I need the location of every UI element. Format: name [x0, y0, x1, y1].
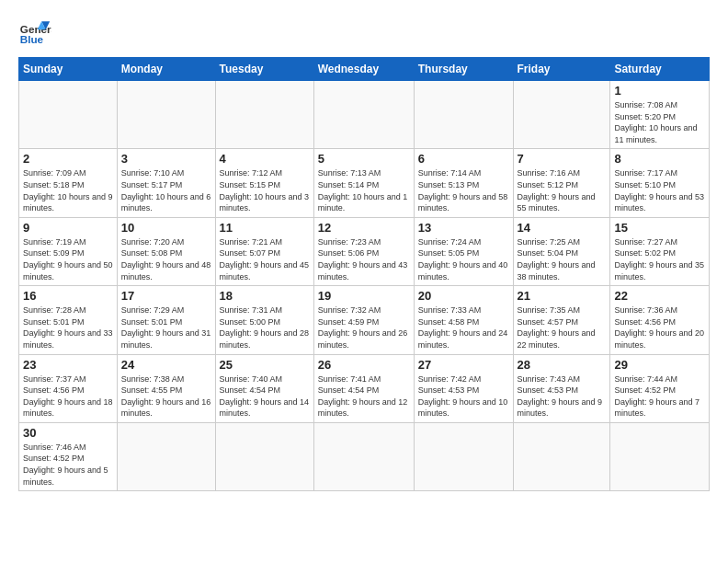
day-number: 27	[418, 358, 509, 372]
weekday-header-wednesday: Wednesday	[313, 58, 414, 81]
calendar-day-cell	[513, 81, 610, 149]
day-number: 20	[418, 289, 509, 303]
day-info: Sunrise: 7:08 AM Sunset: 5:20 PM Dayligh…	[614, 99, 705, 145]
day-info: Sunrise: 7:28 AM Sunset: 5:01 PM Dayligh…	[23, 304, 113, 350]
calendar-day-cell: 4Sunrise: 7:12 AM Sunset: 5:15 PM Daylig…	[215, 149, 313, 217]
day-number: 21	[518, 289, 607, 303]
day-info: Sunrise: 7:35 AM Sunset: 4:57 PM Dayligh…	[518, 304, 607, 350]
calendar-day-cell	[117, 422, 215, 490]
day-info: Sunrise: 7:16 AM Sunset: 5:12 PM Dayligh…	[518, 167, 607, 213]
logo-icon: General Blue	[18, 15, 51, 48]
day-number: 4	[220, 152, 310, 166]
calendar-day-cell: 9Sunrise: 7:19 AM Sunset: 5:09 PM Daylig…	[19, 217, 118, 285]
calendar-week-6: 30Sunrise: 7:46 AM Sunset: 4:52 PM Dayli…	[19, 422, 710, 490]
calendar-day-cell: 13Sunrise: 7:24 AM Sunset: 5:05 PM Dayli…	[414, 217, 513, 285]
page-header: General Blue	[18, 15, 710, 48]
day-info: Sunrise: 7:31 AM Sunset: 5:00 PM Dayligh…	[220, 304, 310, 350]
day-number: 10	[121, 221, 211, 235]
calendar-day-cell: 26Sunrise: 7:41 AM Sunset: 4:54 PM Dayli…	[313, 354, 414, 422]
day-info: Sunrise: 7:36 AM Sunset: 4:56 PM Dayligh…	[614, 304, 705, 350]
calendar-day-cell: 28Sunrise: 7:43 AM Sunset: 4:53 PM Dayli…	[513, 354, 610, 422]
day-number: 9	[23, 221, 113, 235]
calendar-day-cell: 19Sunrise: 7:32 AM Sunset: 4:59 PM Dayli…	[313, 286, 414, 354]
weekday-header-row: SundayMondayTuesdayWednesdayThursdayFrid…	[19, 58, 710, 81]
day-info: Sunrise: 7:41 AM Sunset: 4:54 PM Dayligh…	[318, 373, 410, 419]
weekday-header-tuesday: Tuesday	[215, 58, 313, 81]
day-info: Sunrise: 7:33 AM Sunset: 4:58 PM Dayligh…	[418, 304, 509, 350]
day-number: 22	[614, 289, 705, 303]
calendar-day-cell	[215, 422, 313, 490]
day-info: Sunrise: 7:13 AM Sunset: 5:14 PM Dayligh…	[318, 167, 410, 213]
calendar-week-1: 1Sunrise: 7:08 AM Sunset: 5:20 PM Daylig…	[19, 81, 710, 149]
calendar-day-cell: 21Sunrise: 7:35 AM Sunset: 4:57 PM Dayli…	[513, 286, 610, 354]
day-number: 1	[614, 84, 705, 98]
day-info: Sunrise: 7:24 AM Sunset: 5:05 PM Dayligh…	[418, 236, 509, 282]
day-info: Sunrise: 7:37 AM Sunset: 4:56 PM Dayligh…	[23, 373, 113, 419]
day-info: Sunrise: 7:25 AM Sunset: 5:04 PM Dayligh…	[518, 236, 607, 282]
day-number: 23	[23, 358, 113, 372]
calendar-day-cell: 29Sunrise: 7:44 AM Sunset: 4:52 PM Dayli…	[610, 354, 710, 422]
day-info: Sunrise: 7:17 AM Sunset: 5:10 PM Dayligh…	[614, 167, 705, 213]
calendar-day-cell: 18Sunrise: 7:31 AM Sunset: 5:00 PM Dayli…	[215, 286, 313, 354]
calendar-day-cell	[215, 81, 313, 149]
calendar-day-cell: 24Sunrise: 7:38 AM Sunset: 4:55 PM Dayli…	[117, 354, 215, 422]
weekday-header-friday: Friday	[513, 58, 610, 81]
day-info: Sunrise: 7:12 AM Sunset: 5:15 PM Dayligh…	[220, 167, 310, 213]
calendar-day-cell	[313, 81, 414, 149]
calendar-day-cell: 23Sunrise: 7:37 AM Sunset: 4:56 PM Dayli…	[19, 354, 118, 422]
day-number: 3	[121, 152, 211, 166]
weekday-header-saturday: Saturday	[610, 58, 710, 81]
weekday-header-sunday: Sunday	[19, 58, 118, 81]
calendar-day-cell: 14Sunrise: 7:25 AM Sunset: 5:04 PM Dayli…	[513, 217, 610, 285]
calendar-day-cell	[414, 81, 513, 149]
calendar-day-cell: 17Sunrise: 7:29 AM Sunset: 5:01 PM Dayli…	[117, 286, 215, 354]
day-number: 5	[318, 152, 410, 166]
calendar-day-cell	[313, 422, 414, 490]
calendar-day-cell: 25Sunrise: 7:40 AM Sunset: 4:54 PM Dayli…	[215, 354, 313, 422]
calendar-week-3: 9Sunrise: 7:19 AM Sunset: 5:09 PM Daylig…	[19, 217, 710, 285]
day-number: 7	[518, 152, 607, 166]
day-info: Sunrise: 7:40 AM Sunset: 4:54 PM Dayligh…	[220, 373, 310, 419]
calendar-day-cell: 7Sunrise: 7:16 AM Sunset: 5:12 PM Daylig…	[513, 149, 610, 217]
day-number: 14	[518, 221, 607, 235]
calendar-day-cell: 3Sunrise: 7:10 AM Sunset: 5:17 PM Daylig…	[117, 149, 215, 217]
day-info: Sunrise: 7:43 AM Sunset: 4:53 PM Dayligh…	[518, 373, 607, 419]
calendar-day-cell: 11Sunrise: 7:21 AM Sunset: 5:07 PM Dayli…	[215, 217, 313, 285]
day-info: Sunrise: 7:46 AM Sunset: 4:52 PM Dayligh…	[23, 442, 113, 488]
day-number: 8	[614, 152, 705, 166]
calendar-week-4: 16Sunrise: 7:28 AM Sunset: 5:01 PM Dayli…	[19, 286, 710, 354]
logo: General Blue	[18, 15, 51, 48]
calendar-week-5: 23Sunrise: 7:37 AM Sunset: 4:56 PM Dayli…	[19, 354, 710, 422]
day-number: 18	[220, 289, 310, 303]
svg-text:Blue: Blue	[20, 33, 44, 45]
day-info: Sunrise: 7:27 AM Sunset: 5:02 PM Dayligh…	[614, 236, 705, 282]
day-info: Sunrise: 7:44 AM Sunset: 4:52 PM Dayligh…	[614, 373, 705, 419]
day-number: 12	[318, 221, 410, 235]
calendar-day-cell: 20Sunrise: 7:33 AM Sunset: 4:58 PM Dayli…	[414, 286, 513, 354]
day-number: 6	[418, 152, 509, 166]
day-info: Sunrise: 7:14 AM Sunset: 5:13 PM Dayligh…	[418, 167, 509, 213]
calendar-day-cell: 27Sunrise: 7:42 AM Sunset: 4:53 PM Dayli…	[414, 354, 513, 422]
calendar-day-cell: 6Sunrise: 7:14 AM Sunset: 5:13 PM Daylig…	[414, 149, 513, 217]
calendar-day-cell	[117, 81, 215, 149]
calendar-day-cell: 15Sunrise: 7:27 AM Sunset: 5:02 PM Dayli…	[610, 217, 710, 285]
day-number: 26	[318, 358, 410, 372]
day-info: Sunrise: 7:21 AM Sunset: 5:07 PM Dayligh…	[220, 236, 310, 282]
day-info: Sunrise: 7:23 AM Sunset: 5:06 PM Dayligh…	[318, 236, 410, 282]
calendar-day-cell: 16Sunrise: 7:28 AM Sunset: 5:01 PM Dayli…	[19, 286, 118, 354]
calendar-day-cell	[610, 422, 710, 490]
calendar-day-cell: 1Sunrise: 7:08 AM Sunset: 5:20 PM Daylig…	[610, 81, 710, 149]
calendar-day-cell	[513, 422, 610, 490]
calendar-day-cell	[414, 422, 513, 490]
calendar-day-cell: 2Sunrise: 7:09 AM Sunset: 5:18 PM Daylig…	[19, 149, 118, 217]
calendar-day-cell: 5Sunrise: 7:13 AM Sunset: 5:14 PM Daylig…	[313, 149, 414, 217]
day-info: Sunrise: 7:32 AM Sunset: 4:59 PM Dayligh…	[318, 304, 410, 350]
day-info: Sunrise: 7:19 AM Sunset: 5:09 PM Dayligh…	[23, 236, 113, 282]
day-number: 24	[121, 358, 211, 372]
calendar-day-cell: 8Sunrise: 7:17 AM Sunset: 5:10 PM Daylig…	[610, 149, 710, 217]
day-number: 13	[418, 221, 509, 235]
day-number: 16	[23, 289, 113, 303]
day-number: 17	[121, 289, 211, 303]
day-number: 30	[23, 426, 113, 440]
day-number: 15	[614, 221, 705, 235]
